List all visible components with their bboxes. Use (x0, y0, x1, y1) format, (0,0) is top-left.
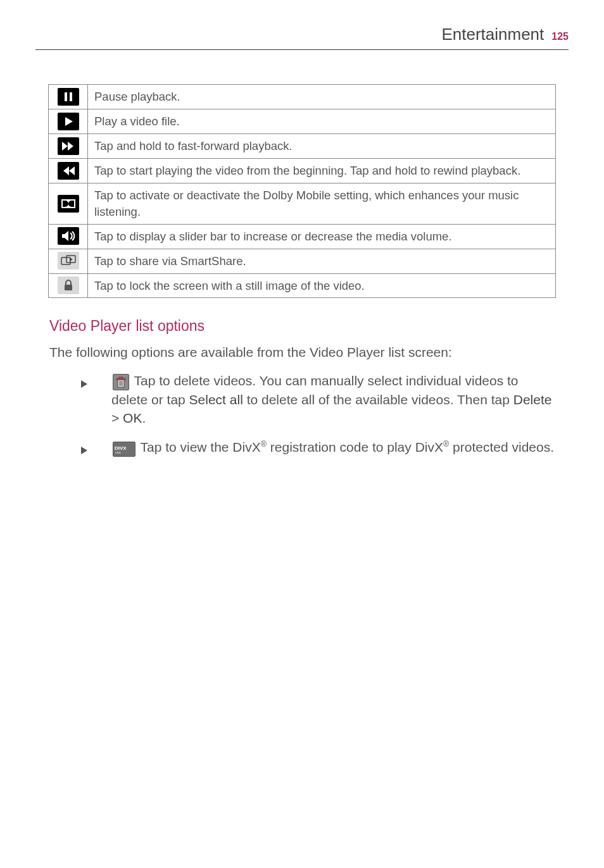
table-row: Pause playback. (49, 85, 556, 109)
svg-rect-16 (116, 378, 125, 380)
svg-marker-9 (62, 231, 68, 241)
list-item: DIVXVOD Tap to view the DivX® registrati… (81, 438, 555, 457)
cell-text: Play a video file. (88, 109, 556, 134)
bullet-list: Tap to delete videos. You can manually s… (81, 371, 555, 457)
registered-mark: ® (443, 440, 449, 449)
svg-marker-12 (70, 257, 73, 261)
table-row: Tap to start playing the video from the … (49, 159, 556, 183)
divx-icon: DIVXVOD (113, 442, 135, 457)
svg-marker-21 (81, 447, 87, 454)
cell-text: Tap to start playing the video from the … (88, 159, 556, 183)
section-title: Entertainment (441, 23, 544, 46)
header-rule (35, 49, 569, 50)
bullet-text: > (111, 411, 123, 425)
bullet-text: Tap to view the DivX (137, 440, 261, 454)
smartshare-icon (58, 252, 79, 270)
svg-marker-6 (63, 166, 69, 175)
cell-text: Pause playback. (88, 85, 556, 109)
bold-text: OK (123, 411, 142, 425)
cell-text: Tap to display a slider bar to increase … (88, 224, 556, 249)
svg-rect-13 (65, 285, 72, 290)
bullet-caret-icon (81, 440, 87, 459)
trash-icon (113, 374, 129, 390)
volume-icon (58, 227, 79, 245)
lock-icon (58, 276, 79, 294)
cell-text: Tap to share via SmartShare. (88, 249, 556, 273)
bullet-text: to delete all of the available videos. T… (243, 392, 513, 407)
svg-marker-2 (65, 117, 73, 126)
svg-rect-17 (119, 377, 123, 378)
registered-mark: ® (261, 440, 267, 449)
bold-text: Select all (189, 392, 243, 407)
table-row: Tap and hold to fast-forward playback. (49, 134, 556, 159)
restart-rewind-icon (58, 162, 79, 180)
table-row: Tap to share via SmartShare. (49, 249, 556, 273)
svg-marker-3 (62, 142, 68, 151)
play-icon (58, 113, 79, 130)
svg-marker-4 (68, 142, 73, 151)
list-item: Tap to delete videos. You can manually s… (81, 371, 555, 428)
page-header: Entertainment 125 (35, 23, 569, 48)
icon-cell (49, 183, 88, 224)
table-row: Tap to activate or deactivate the Dolby … (49, 183, 556, 224)
table-row: Tap to display a slider bar to increase … (49, 224, 556, 249)
fast-forward-icon (58, 137, 79, 155)
svg-text:DIVX: DIVX (115, 445, 127, 451)
svg-rect-1 (70, 92, 72, 101)
icon-cell (49, 249, 88, 273)
page-number: 125 (551, 30, 569, 44)
icon-cell (49, 85, 88, 109)
icon-cell (49, 134, 88, 159)
cell-text: Tap to activate or deactivate the Dolby … (88, 183, 556, 224)
svg-marker-14 (81, 380, 87, 388)
bold-text: Delete (513, 392, 552, 407)
table-row: Tap to lock the screen with a still imag… (49, 273, 556, 298)
controls-table: Pause playback. Play a video file. Tap a… (48, 84, 556, 298)
bullet-caret-icon (81, 374, 87, 392)
intro-text: The following options are available from… (49, 343, 555, 361)
svg-rect-0 (65, 92, 67, 101)
table-row: Play a video file. (49, 109, 556, 134)
bullet-text: registration code to play DivX (267, 440, 443, 454)
bullet-text: protected videos. (449, 440, 554, 454)
svg-marker-5 (69, 166, 75, 175)
subsection-heading: Video Player list options (49, 316, 555, 336)
bullet-text: . (142, 411, 146, 425)
cell-text: Tap and hold to fast-forward playback. (88, 134, 556, 159)
pause-icon (58, 88, 79, 106)
icon-cell (49, 224, 88, 249)
icon-cell (49, 159, 88, 183)
svg-rect-10 (61, 257, 70, 264)
svg-text:VOD: VOD (115, 451, 121, 454)
icon-cell (49, 273, 88, 298)
dolby-icon (58, 195, 79, 213)
icon-cell (49, 109, 88, 134)
cell-text: Tap to lock the screen with a still imag… (88, 273, 556, 298)
